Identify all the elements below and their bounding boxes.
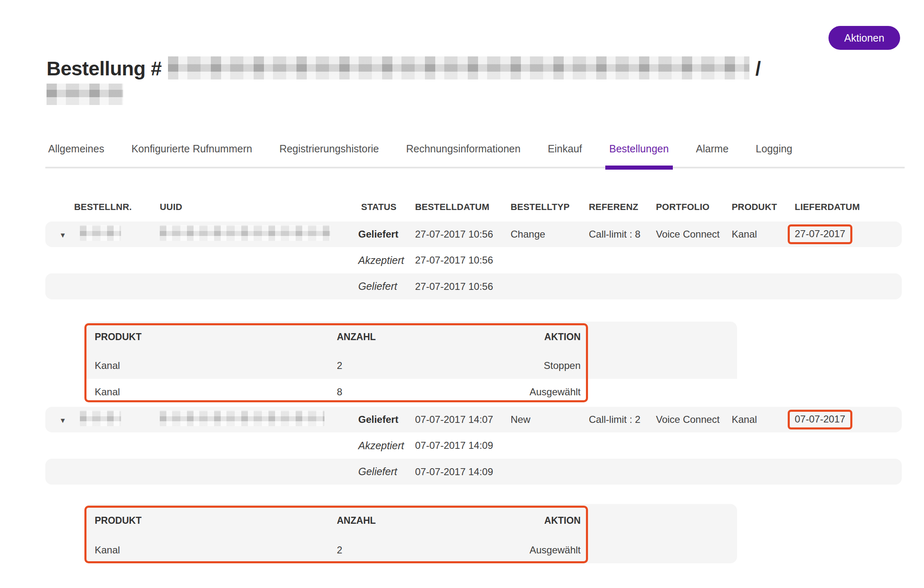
- tab-alarme[interactable]: Alarme: [696, 142, 728, 155]
- history-status: Akzeptiert: [358, 254, 415, 266]
- order-history-row: Akzeptiert 27-07-2017 10:56: [45, 247, 902, 273]
- redacted-uuid: [160, 411, 324, 426]
- tab-registrierungshistorie[interactable]: Registrierungshistorie: [279, 142, 379, 155]
- order-history-row: Geliefert 27-07-2017 10:56: [45, 273, 902, 299]
- item-anzahl: 2: [327, 360, 496, 371]
- item-anzahl: 2: [327, 544, 496, 556]
- item-col-anzahl: ANZAHL: [327, 515, 496, 526]
- expand-arrow-icon[interactable]: ▼: [59, 417, 66, 425]
- item-produkt: Kanal: [84, 544, 327, 556]
- order-lieferdatum: 07-07-2017: [795, 413, 845, 425]
- item-col-aktion: AKTION: [496, 331, 588, 343]
- col-bestellnr: BESTELLNR.: [74, 202, 160, 212]
- col-referenz: REFERENZ: [589, 202, 656, 212]
- expand-arrow-icon[interactable]: ▼: [59, 231, 66, 239]
- item-col-anzahl: ANZAHL: [327, 331, 496, 343]
- order-items-table: PRODUKT ANZAHL AKTION Kanal 2 Stoppen Ka…: [84, 322, 737, 405]
- tab-bestellungen[interactable]: Bestellungen: [609, 142, 669, 155]
- history-datum: 07-07-2017 14:09: [415, 440, 511, 451]
- col-portfolio: PORTFOLIO: [656, 202, 732, 212]
- page-title: Bestellung #/: [47, 56, 862, 105]
- item-col-aktion: AKTION: [496, 515, 588, 526]
- redacted-bestellnr: [80, 225, 121, 241]
- history-status: Akzeptiert: [358, 440, 415, 452]
- tab-bar: Allgemeines Konfigurierte Rufnummern Reg…: [45, 142, 905, 168]
- order-portfolio: Voice Connect: [656, 414, 732, 425]
- redacted-bestellnr: [80, 411, 121, 426]
- item-aktion: Ausgewählt: [496, 386, 588, 398]
- page-title-separator: /: [755, 58, 761, 79]
- redacted-order-id-line2: [47, 84, 123, 105]
- order-produkt: Kanal: [732, 414, 795, 425]
- order-bestelldatum: 27-07-2017 10:56: [415, 229, 511, 240]
- col-lieferdatum: LIEFERDATUM: [795, 202, 902, 212]
- orders-table: BESTELLNR. UUID STATUS BESTELLDATUM BEST…: [45, 193, 902, 563]
- col-status: STATUS: [358, 202, 415, 212]
- item-aktion: Stoppen: [496, 360, 588, 371]
- order-row[interactable]: ▼ Geliefert 27-07-2017 10:56 Change Call…: [45, 222, 902, 247]
- item-col-produkt: PRODUKT: [84, 515, 327, 526]
- item-produkt: Kanal: [84, 360, 327, 371]
- lieferdatum-highlight-box: 27-07-2017: [788, 224, 852, 244]
- order-produkt: Kanal: [732, 229, 795, 240]
- col-bestelldatum: BESTELLDATUM: [415, 202, 511, 212]
- page-title-prefix: Bestellung #: [47, 58, 161, 79]
- order-status: Geliefert: [358, 414, 415, 425]
- order-history-row: Geliefert 07-07-2017 14:09: [45, 459, 902, 485]
- col-uuid: UUID: [160, 202, 358, 212]
- lieferdatum-highlight-box: 07-07-2017: [788, 410, 852, 429]
- item-anzahl: 8: [327, 386, 496, 398]
- tab-einkauf[interactable]: Einkauf: [548, 142, 582, 155]
- items-table-header: PRODUKT ANZAHL AKTION: [84, 322, 737, 352]
- history-datum: 27-07-2017 10:56: [415, 281, 511, 292]
- order-items-table: PRODUKT ANZAHL AKTION Kanal 2 Ausgewählt: [84, 504, 737, 563]
- item-row: Kanal 8 Ausgewählt: [84, 379, 737, 405]
- col-produkt: PRODUKT: [732, 202, 795, 212]
- redacted-order-id: [168, 56, 749, 79]
- tab-konfigurierte-rufnummern[interactable]: Konfigurierte Rufnummern: [131, 142, 252, 155]
- history-status: Geliefert: [358, 466, 415, 478]
- history-datum: 07-07-2017 14:09: [415, 466, 511, 478]
- order-lieferdatum: 27-07-2017: [795, 228, 845, 239]
- tab-rechnungsinformationen[interactable]: Rechnungsinformationen: [406, 142, 520, 155]
- item-aktion: Ausgewählt: [496, 544, 588, 556]
- orders-table-header: BESTELLNR. UUID STATUS BESTELLDATUM BEST…: [45, 193, 902, 222]
- items-table-header: PRODUKT ANZAHL AKTION: [84, 504, 737, 537]
- order-status: Geliefert: [358, 229, 415, 240]
- actions-button[interactable]: Aktionen: [828, 26, 900, 50]
- order-bestelltyp: Change: [511, 229, 589, 240]
- order-referenz: Call-limit : 8: [589, 229, 656, 240]
- order-bestelltyp: New: [511, 414, 589, 425]
- item-col-produkt: PRODUKT: [84, 331, 327, 343]
- history-status: Geliefert: [358, 280, 415, 292]
- item-produkt: Kanal: [84, 386, 327, 398]
- order-referenz: Call-limit : 2: [589, 414, 656, 425]
- tab-allgemeines[interactable]: Allgemeines: [48, 142, 104, 155]
- order-portfolio: Voice Connect: [656, 229, 732, 240]
- item-row: Kanal 2 Ausgewählt: [84, 537, 737, 563]
- col-bestelltyp: BESTELLTYP: [511, 202, 589, 212]
- item-row: Kanal 2 Stoppen: [84, 352, 737, 379]
- history-datum: 27-07-2017 10:56: [415, 254, 511, 266]
- order-history-row: Akzeptiert 07-07-2017 14:09: [45, 432, 902, 459]
- order-bestelldatum: 07-07-2017 14:07: [415, 414, 511, 425]
- redacted-uuid: [160, 225, 330, 241]
- tab-logging[interactable]: Logging: [756, 142, 792, 155]
- order-row[interactable]: ▼ Geliefert 07-07-2017 14:07 New Call-li…: [45, 407, 902, 432]
